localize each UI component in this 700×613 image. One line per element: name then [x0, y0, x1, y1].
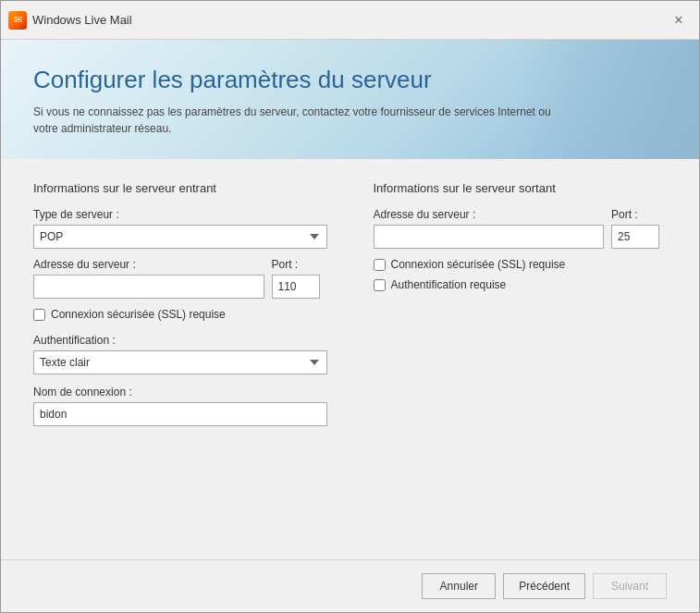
close-button[interactable]: × — [666, 7, 692, 33]
outgoing-port-group: Port : — [611, 208, 667, 249]
outgoing-section-title: Informations sur le serveur sortant — [374, 181, 668, 195]
next-button[interactable]: Suivant — [593, 573, 667, 599]
title-bar-left: ✉ Windows Live Mail — [8, 11, 132, 30]
header-subtitle: Si vous ne connaissez pas les paramètres… — [33, 104, 570, 137]
window-title: Windows Live Mail — [32, 13, 132, 27]
outgoing-port-input[interactable] — [611, 225, 659, 249]
header-title: Configurer les paramètres du serveur — [33, 66, 667, 94]
server-type-select[interactable]: POP IMAP HTTP — [33, 225, 327, 249]
columns: Informations sur le serveur entrant Type… — [33, 181, 667, 537]
login-label: Nom de connexion : — [33, 386, 327, 398]
incoming-server-section: Informations sur le serveur entrant Type… — [33, 181, 327, 537]
incoming-ssl-label: Connexion sécurisée (SSL) requise — [51, 308, 226, 321]
login-input[interactable] — [33, 402, 327, 426]
incoming-section-title: Informations sur le serveur entrant — [33, 181, 327, 195]
outgoing-address-group: Adresse du serveur : — [374, 208, 605, 249]
previous-button[interactable]: Précédent — [503, 573, 585, 599]
cancel-button[interactable]: Annuler — [422, 573, 496, 599]
incoming-port-input[interactable] — [272, 275, 320, 299]
incoming-server-address-input[interactable] — [33, 275, 264, 299]
incoming-ssl-row: Connexion sécurisée (SSL) requise — [33, 308, 327, 321]
window: ✉ Windows Live Mail × Configurer les par… — [0, 0, 700, 613]
outgoing-auth-row: Authentification requise — [374, 278, 668, 291]
incoming-port-label: Port : — [272, 258, 327, 271]
incoming-address-group: Adresse du serveur : — [33, 258, 264, 299]
main-content: Informations sur le serveur entrant Type… — [1, 159, 699, 559]
outgoing-server-section: Informations sur le serveur sortant Adre… — [374, 181, 668, 537]
outgoing-ssl-label: Connexion sécurisée (SSL) requise — [391, 258, 566, 271]
server-type-label: Type de serveur : — [33, 208, 327, 221]
header-banner: Configurer les paramètres du serveur Si … — [1, 40, 699, 159]
auth-section-label: Authentification : — [33, 334, 327, 347]
incoming-server-address-label: Adresse du serveur : — [33, 258, 264, 271]
outgoing-port-label: Port : — [611, 208, 667, 221]
outgoing-ssl-checkbox[interactable] — [374, 259, 386, 271]
incoming-ssl-checkbox[interactable] — [33, 309, 45, 321]
title-bar: ✉ Windows Live Mail × — [1, 1, 699, 40]
footer: Annuler Précédent Suivant — [1, 559, 699, 612]
outgoing-auth-checkbox[interactable] — [374, 279, 386, 291]
outgoing-server-address-label: Adresse du serveur : — [374, 208, 605, 221]
outgoing-ssl-row: Connexion sécurisée (SSL) requise — [374, 258, 668, 271]
auth-select[interactable]: Texte clair Chiffrée — [33, 350, 327, 374]
app-icon: ✉ — [8, 11, 27, 30]
outgoing-server-address-input[interactable] — [374, 225, 605, 249]
incoming-port-group: Port : — [272, 258, 327, 299]
outgoing-auth-label: Authentification requise — [391, 278, 507, 291]
